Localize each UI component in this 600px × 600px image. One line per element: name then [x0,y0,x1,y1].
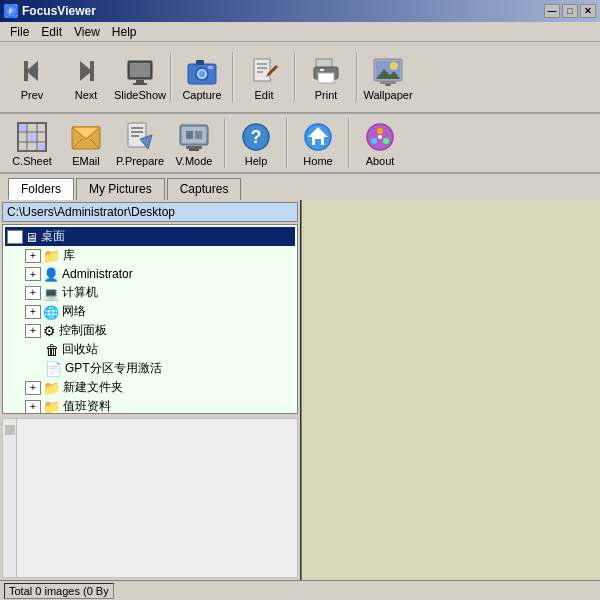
network-icon [43,304,59,320]
content-wrapper: Folders My Pictures Captures C:\Users\Ad… [0,174,600,580]
tree-item-control[interactable]: + ⚙ 控制面板 [5,321,295,340]
tree-item-admin[interactable]: + Administrator [5,265,295,283]
tab-my-pictures[interactable]: My Pictures [76,178,165,200]
csheet-button[interactable]: C.Sheet [6,113,58,173]
prev-button[interactable]: Prev [6,47,58,107]
svg-point-59 [371,138,377,144]
toolbar-divider-1 [170,52,172,102]
status-bar: Total 0 images (0 By [0,580,600,600]
thumbnail-area [17,419,297,577]
tree-item-gpt[interactable]: 📄 GPT分区专用激活 [5,359,295,378]
svg-point-12 [199,71,205,77]
csheet-icon [14,119,50,155]
tree-label-computer: 计算机 [62,284,98,301]
next-button[interactable]: Next [60,47,112,107]
tree-label-control: 控制面板 [59,322,107,339]
capture-icon [184,53,220,89]
menu-edit[interactable]: Edit [35,23,68,41]
expander-ku[interactable]: + [25,249,41,263]
window-title: FocusViewer [22,4,96,18]
svg-rect-13 [196,60,204,65]
zhibandata-icon: 📁 [43,399,60,415]
tree-label-admin: Administrator [62,267,133,281]
svg-rect-3 [24,61,28,81]
print-button[interactable]: Print [300,47,352,107]
menu-view[interactable]: View [68,23,106,41]
svg-rect-5 [90,61,94,81]
edit-button[interactable]: Edit [238,47,290,107]
maximize-button[interactable]: □ [562,4,578,18]
svg-point-61 [378,135,382,139]
svg-rect-36 [29,134,36,141]
left-thumbnail-panel [2,418,298,578]
status-text: Total 0 images (0 By [4,583,114,599]
svg-rect-37 [39,144,45,150]
pprepare-icon [122,119,158,155]
next-icon [68,53,104,89]
tree-item-desktop[interactable]: − 桌面 [5,227,295,246]
gpt-icon: 📄 [45,361,62,377]
svg-rect-8 [136,80,144,83]
edit-icon [246,53,282,89]
wallpaper-icon [370,53,406,89]
expander-newfolder[interactable]: + [25,381,41,395]
print-icon [308,53,344,89]
pprepare-button[interactable]: P.Prepare [114,113,166,173]
expander-desktop[interactable]: − [7,230,23,244]
close-button[interactable]: ✕ [580,4,596,18]
tab-folders[interactable]: Folders [8,178,74,200]
toolbar-divider-6 [286,118,288,168]
home-button[interactable]: Home [292,113,344,173]
about-icon [362,119,398,155]
capture-button[interactable]: Capture [176,47,228,107]
tree-label-network: 网络 [62,303,86,320]
expander-zhibandata[interactable]: + [25,400,41,414]
svg-point-58 [377,128,383,134]
expander-admin[interactable]: + [25,267,41,281]
svg-rect-49 [189,149,199,151]
slideshow-button[interactable]: SlideShow [114,47,166,107]
vmode-icon [176,119,212,155]
tree-item-recycle[interactable]: 🗑 回收站 [5,340,295,359]
admin-icon [43,266,59,282]
desktop-icon [25,229,38,245]
tree-item-newfolder[interactable]: + 📁 新建文件夹 [5,378,295,397]
tree-item-network[interactable]: + 网络 [5,302,295,321]
wallpaper-button[interactable]: Wallpaper [362,47,414,107]
svg-point-27 [390,62,398,70]
recycle-icon: 🗑 [45,342,59,358]
svg-rect-50 [186,131,193,139]
expander-network[interactable]: + [25,305,41,319]
file-tree[interactable]: − 桌面 + 📁 库 + Administrator [2,224,298,414]
email-button[interactable]: EMail [60,113,112,173]
left-section: C:\Users\Administrator\Desktop − 桌面 + 📁 … [0,200,302,580]
tree-item-computer[interactable]: + 计算机 [5,283,295,302]
home-icon [300,119,336,155]
svg-rect-44 [131,131,143,133]
help-button[interactable]: ? Help [230,113,282,173]
toolbar-divider-7 [348,118,350,168]
strip-indicator [5,425,15,435]
tab-captures[interactable]: Captures [167,178,242,200]
menu-help[interactable]: Help [106,23,143,41]
title-left: F FocusViewer [4,4,96,18]
minimize-button[interactable]: — [544,4,560,18]
tree-item-ku[interactable]: + 📁 库 [5,246,295,265]
svg-rect-56 [315,139,321,145]
menu-bar: File Edit View Help [0,22,600,42]
help-icon: ? [238,119,274,155]
control-icon: ⚙ [43,323,56,339]
svg-rect-45 [131,135,139,137]
expander-computer[interactable]: + [25,286,41,300]
tree-label-desktop: 桌面 [41,228,65,245]
svg-rect-9 [133,83,147,85]
about-button[interactable]: About [354,113,406,173]
expander-control[interactable]: + [25,324,41,338]
vmode-button[interactable]: V.Mode [168,113,220,173]
path-bar: C:\Users\Administrator\Desktop [2,202,298,222]
tree-item-zhibandata[interactable]: + 📁 值班资料 [5,397,295,414]
menu-file[interactable]: File [4,23,35,41]
svg-rect-23 [320,69,324,71]
svg-rect-28 [380,81,396,84]
app-icon: F [4,4,18,18]
